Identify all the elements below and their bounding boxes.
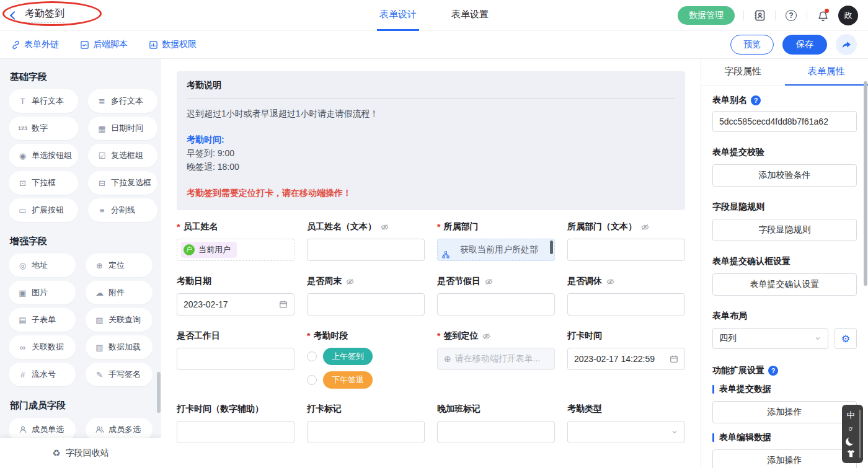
submit-data-add-action-button[interactable]: 添加操作 <box>712 401 857 423</box>
sidebar-item-relation-query[interactable]: ▧关联查询 <box>86 308 153 332</box>
form-external-link[interactable]: 表单外链 <box>11 39 59 50</box>
sidebar-item-address[interactable]: ◎地址 <box>9 254 76 277</box>
tab-form-design[interactable]: 表单设计 <box>377 0 419 31</box>
field-attendance-type[interactable]: 考勤类型 <box>567 404 685 443</box>
relation-data-icon: ∞ <box>17 343 28 352</box>
employee-name-input[interactable]: 户 当前用户 <box>177 239 294 261</box>
sidebar-item-multi-select[interactable]: ⊟下拉复选框 <box>88 171 157 195</box>
sidebar-item-single-line-text[interactable]: T单行文本 <box>9 89 78 113</box>
field-checkin-time-number[interactable]: 打卡时间（数字辅助） <box>177 404 294 443</box>
employee-name-text-input[interactable] <box>307 239 425 261</box>
is-workday-input[interactable] <box>177 348 294 370</box>
people-icon <box>94 425 105 434</box>
avatar[interactable]: 政 <box>838 6 858 25</box>
is-rest-input[interactable] <box>567 293 685 316</box>
sidebar-item-signature[interactable]: ✎手写签名 <box>86 363 153 386</box>
data-manage-button[interactable]: 数据管理 <box>678 6 735 25</box>
radio-icon[interactable] <box>307 375 317 385</box>
field-recycle-bin[interactable]: ♻ 字段回收站 <box>0 438 161 468</box>
multi-line-text-icon: ≣ <box>97 97 107 106</box>
help-badge-icon[interactable]: ? <box>768 366 778 376</box>
sidebar-item-extend-button[interactable]: ▭扩展按钮 <box>9 198 78 222</box>
field-employee-name[interactable]: *员工姓名 户 当前用户 <box>177 221 294 261</box>
theme-tshirt-icon[interactable] <box>842 449 859 458</box>
edit-data-add-action-button[interactable]: 添加操作 <box>712 449 857 468</box>
submit-confirm-button[interactable]: 表单提交确认设置 <box>712 273 857 296</box>
address-book-icon[interactable] <box>753 9 766 22</box>
field-checkin-time[interactable]: 打卡时间 2023-02-17 14:22:59 <box>567 330 685 370</box>
field-checkin-mark[interactable]: 打卡标记 <box>307 404 425 443</box>
field-overtime-mark[interactable]: 晚加班标记 <box>437 404 555 443</box>
sidebar-item-divider-line[interactable]: ≡分割线 <box>88 198 157 222</box>
notification-bell-icon[interactable] <box>816 9 830 22</box>
overtime-mark-input[interactable] <box>437 421 555 443</box>
field-attendance-date[interactable]: 考勤日期 2023-02-17 <box>177 276 294 316</box>
pen-icon: ✎ <box>94 370 105 379</box>
back-nav[interactable]: 考勤签到 <box>11 7 64 23</box>
serial-number-icon: # <box>17 370 28 379</box>
sidebar-item-data-load[interactable]: ▥数据加载 <box>86 335 153 359</box>
sidebar-item-select[interactable]: ⊡下拉框 <box>9 171 78 195</box>
sidebar-item-serial-number[interactable]: #流水号 <box>9 363 76 386</box>
field-employee-name-text[interactable]: 员工姓名（文本） <box>307 221 425 261</box>
option-afternoon-checkout[interactable]: 下午签退 <box>307 371 425 389</box>
radio-icon[interactable] <box>307 351 317 361</box>
sidebar-item-checkbox-group[interactable]: ☑复选框组 <box>88 144 157 167</box>
field-is-weekend[interactable]: 是否周末 <box>307 276 425 316</box>
tab-form-properties[interactable]: 表单属性 <box>785 59 868 86</box>
department-text-input[interactable] <box>567 239 685 261</box>
field-is-workday[interactable]: 是否工作日 <box>177 330 294 370</box>
save-button[interactable]: 保存 <box>782 35 827 55</box>
sidebar-item-number[interactable]: 123数字 <box>9 117 78 140</box>
tab-form-settings[interactable]: 表单设置 <box>449 0 491 31</box>
language-toggle-icon[interactable]: 中 <box>842 410 859 421</box>
layout-settings-button[interactable]: ⚙ <box>835 328 857 349</box>
field-checkin-location[interactable]: *签到定位 ⊕ 请在移动端打开表单... <box>437 330 555 370</box>
hidden-eye-icon <box>482 332 490 340</box>
back-chevron-icon[interactable] <box>10 11 19 19</box>
field-is-rest[interactable]: 是否调休 <box>567 276 685 316</box>
backend-script-link[interactable]: 后端脚本 <box>80 39 128 50</box>
attendance-notice-block[interactable]: 考勤说明 迟到超过1小时或者早退超过1小时请走请假流程！ 考勤时间: 早签到: … <box>177 71 685 210</box>
sidebar-item-location[interactable]: ⊕定位 <box>86 254 153 277</box>
department-input[interactable]: 获取当前用户所处部 <box>437 239 555 261</box>
add-validation-button[interactable]: 添加校验条件 <box>712 164 857 187</box>
subform-icon: ▤ <box>17 316 28 325</box>
field-department-text[interactable]: 所属部门（文本） <box>567 221 685 261</box>
sidebar-item-relation-data[interactable]: ∞关联数据 <box>9 335 76 359</box>
sidebar-item-datetime[interactable]: ▦日期时间 <box>88 117 157 140</box>
attendance-date-input[interactable]: 2023-02-17 <box>177 293 294 316</box>
form-layout-select[interactable]: 四列 <box>712 328 828 349</box>
field-department[interactable]: *所属部门 获取当前用户所处部 <box>437 221 555 261</box>
attendance-type-select[interactable] <box>567 421 685 443</box>
checkin-time-number-input[interactable] <box>177 421 294 443</box>
dark-mode-moon-icon[interactable] <box>842 436 859 444</box>
panel-scrollbar[interactable] <box>864 81 867 286</box>
preview-button[interactable]: 预览 <box>730 35 774 55</box>
checkin-time-input[interactable]: 2023-02-17 14:22:59 <box>567 348 685 370</box>
form-alias-input[interactable] <box>712 111 857 132</box>
sidebar-item-subform[interactable]: ▤子表单 <box>9 308 76 332</box>
sidebar-scrollbar[interactable] <box>157 372 161 413</box>
is-holiday-input[interactable] <box>437 293 555 316</box>
checkin-mark-input[interactable] <box>307 421 425 443</box>
checkin-location-input[interactable]: ⊕ 请在移动端打开表单... <box>437 348 555 370</box>
help-icon[interactable]: ? <box>784 9 798 22</box>
sidebar-item-radio-group[interactable]: ◉单选按钮组 <box>9 144 78 167</box>
help-badge-icon[interactable]: ? <box>751 95 761 105</box>
option-morning-checkin[interactable]: 上午签到 <box>307 348 425 365</box>
share-button[interactable] <box>836 34 857 55</box>
sidebar-item-attachment[interactable]: ☁附件 <box>86 281 153 304</box>
sidebar-item-multi-line-text[interactable]: ≣多行文本 <box>88 89 157 113</box>
field-visibility-button[interactable]: 字段显隐规则 <box>712 219 857 241</box>
language-mini-icon[interactable]: ơ <box>842 425 859 432</box>
image-icon: ▣ <box>17 288 28 298</box>
tab-field-properties[interactable]: 字段属性 <box>701 59 785 86</box>
is-weekend-input[interactable] <box>307 293 425 316</box>
data-permission-link[interactable]: 数据权限 <box>149 39 197 50</box>
org-tree-icon <box>442 251 450 258</box>
field-is-holiday[interactable]: 是否节假日 <box>437 276 555 316</box>
hidden-eye-icon <box>485 278 493 286</box>
sidebar-item-image[interactable]: ▣图片 <box>9 281 76 304</box>
field-attendance-period[interactable]: *考勤时段 上午签到 下午签退 <box>307 330 425 389</box>
